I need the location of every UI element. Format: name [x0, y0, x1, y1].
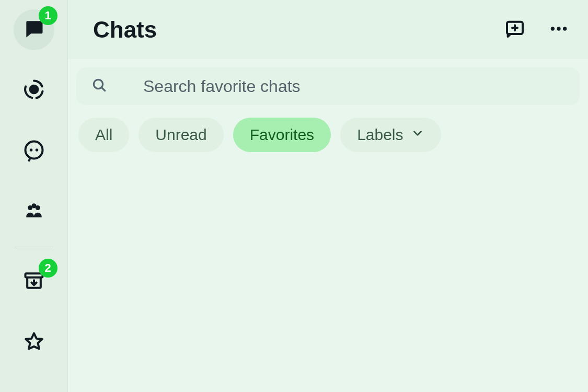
- filter-all[interactable]: All: [78, 118, 129, 152]
- filter-labels[interactable]: Labels: [340, 118, 441, 152]
- sidebar-item-starred[interactable]: [14, 322, 54, 363]
- svg-point-9: [551, 27, 555, 30]
- status-icon: [22, 78, 45, 103]
- sidebar-item-archived[interactable]: 2: [14, 262, 54, 303]
- sidebar-divider: [15, 247, 53, 247]
- svg-point-0: [30, 86, 38, 94]
- svg-point-10: [557, 27, 560, 30]
- sidebar-item-status[interactable]: [14, 70, 54, 111]
- content: All Unread Favorites Labels: [68, 59, 588, 392]
- search-icon: [91, 77, 108, 96]
- svg-point-3: [35, 148, 38, 152]
- filter-row: All Unread Favorites Labels: [68, 105, 588, 165]
- main-panel: Chats All Unread Favorites Labels: [68, 0, 588, 392]
- search-bar[interactable]: [76, 67, 580, 105]
- channels-icon: [22, 139, 45, 164]
- sidebar: 1 2: [0, 0, 68, 392]
- svg-point-11: [563, 27, 567, 30]
- header: Chats: [68, 0, 588, 59]
- page-title: Chats: [93, 17, 157, 43]
- chevron-down-icon: [411, 126, 424, 144]
- menu-button[interactable]: [548, 18, 569, 41]
- header-actions: [504, 18, 569, 41]
- sidebar-item-communities[interactable]: [14, 191, 54, 232]
- search-input[interactable]: [143, 77, 565, 96]
- filter-favorites[interactable]: Favorites: [233, 118, 331, 152]
- svg-point-2: [29, 148, 32, 152]
- chats-badge: 1: [39, 6, 57, 25]
- sidebar-item-chats[interactable]: 1: [14, 9, 54, 50]
- svg-point-1: [25, 142, 42, 159]
- filter-unread[interactable]: Unread: [139, 118, 223, 152]
- filter-labels-label: Labels: [357, 126, 403, 144]
- svg-rect-7: [25, 273, 42, 277]
- sidebar-item-channels[interactable]: [14, 131, 54, 171]
- communities-icon: [22, 199, 45, 224]
- svg-point-6: [31, 203, 36, 208]
- star-icon: [22, 330, 45, 355]
- new-chat-button[interactable]: [504, 18, 525, 41]
- archived-badge: 2: [39, 259, 57, 278]
